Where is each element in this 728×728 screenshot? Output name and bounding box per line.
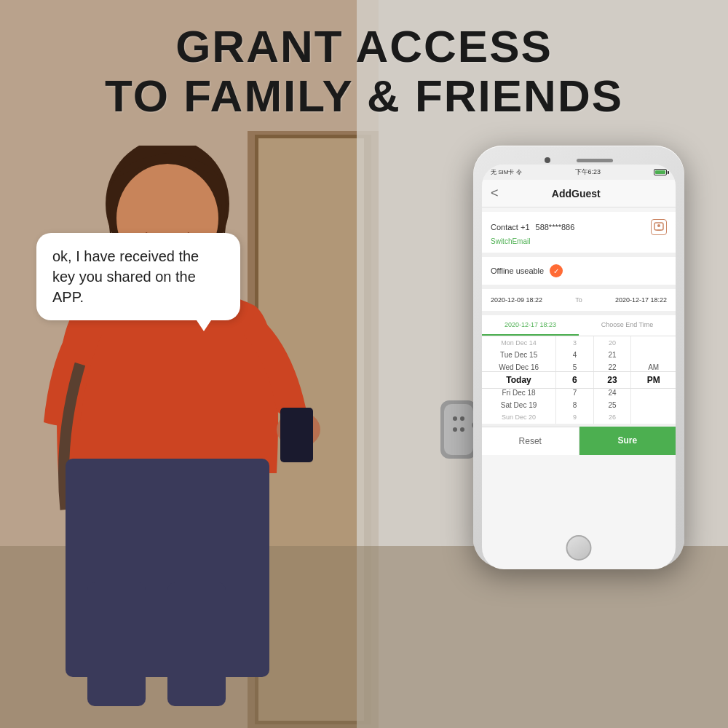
picker-ampm-empty1 — [631, 336, 676, 349]
carrier-label: 无 SIM卡 令 — [491, 168, 522, 176]
svg-point-17 — [453, 416, 457, 421]
battery-area — [654, 169, 667, 175]
phone-outer: 无 SIM卡 令 下午6:23 < AddGuest — [473, 146, 684, 568]
picker-min-2: 22 — [594, 361, 631, 373]
contact-icon[interactable] — [651, 219, 667, 235]
start-date: 2020-12-09 18:22 — [491, 296, 542, 304]
speech-bubble: ok, I have received the key you shared o… — [36, 233, 240, 320]
svg-rect-14 — [167, 582, 226, 706]
picker-ampm-empty5 — [631, 411, 676, 424]
app-header: < AddGuest — [482, 180, 676, 207]
picker-ampm-empty4 — [631, 399, 676, 411]
reset-button[interactable]: Reset — [482, 427, 579, 455]
svg-point-23 — [657, 224, 660, 227]
page: GRANT ACCESS TO FAMILY & FRIENDS ok, I h… — [0, 0, 728, 728]
svg-rect-13 — [87, 582, 146, 706]
picker-min-6: 26 — [594, 411, 631, 424]
picker-hours-col: 3 4 5 6 7 8 9 — [556, 336, 593, 424]
contact-value: 588****886 — [536, 223, 651, 232]
picker-ampm-empty2 — [631, 349, 676, 361]
title-area: GRANT ACCESS TO FAMILY & FRIENDS — [0, 22, 728, 121]
picker-ampm-col: AM PM — [631, 336, 676, 424]
svg-point-18 — [460, 416, 464, 421]
picker-days-col: Mon Dec 14 Tue Dec 15 Wed Dec 16 Today F… — [482, 336, 555, 424]
picker-min-0: 20 — [594, 336, 631, 349]
person-figure — [22, 146, 371, 706]
phone-home-button[interactable] — [566, 535, 592, 561]
app-title: AddGuest — [506, 188, 646, 199]
svg-rect-16 — [444, 404, 473, 455]
picker-day-3: Today — [482, 373, 555, 386]
phone-speaker — [577, 159, 613, 162]
battery-fill — [655, 170, 665, 174]
picker-tab-start[interactable]: 2020-12-17 18:23 — [482, 315, 579, 336]
end-date: 2020-12-17 18:22 — [615, 296, 667, 304]
to-label: To — [575, 296, 582, 304]
picker-tabs: 2020-12-17 18:23 Choose End Time — [482, 315, 676, 336]
switch-email[interactable]: SwitchEmail — [491, 237, 667, 245]
picker-min-3: 23 — [594, 373, 631, 386]
phone-mockup: 无 SIM卡 令 下午6:23 < AddGuest — [473, 146, 684, 568]
picker-hour-0: 3 — [556, 336, 593, 349]
status-bar: 无 SIM卡 令 下午6:23 — [482, 165, 676, 180]
picker-area: 2020-12-17 18:23 Choose End Time Mon Dec… — [482, 315, 676, 424]
picker-pm: PM — [631, 373, 676, 386]
picker-day-1: Tue Dec 15 — [482, 349, 555, 361]
picker-body[interactable]: Mon Dec 14 Tue Dec 15 Wed Dec 16 Today F… — [482, 336, 676, 424]
svg-rect-11 — [280, 408, 313, 462]
svg-point-19 — [453, 427, 457, 432]
contact-label: Contact +1 — [491, 223, 530, 232]
bottom-buttons: Reset Sure — [482, 427, 676, 455]
offline-label: Offline useable — [491, 266, 544, 275]
phone-screen: 无 SIM卡 令 下午6:23 < AddGuest — [482, 165, 676, 569]
picker-day-0: Mon Dec 14 — [482, 336, 555, 349]
picker-hour-6: 9 — [556, 411, 593, 424]
picker-day-5: Sat Dec 19 — [482, 399, 555, 411]
battery-icon — [654, 169, 667, 175]
picker-min-5: 25 — [594, 399, 631, 411]
picker-day-2: Wed Dec 16 — [482, 361, 555, 373]
picker-minutes-col: 20 21 22 23 24 25 26 — [594, 336, 631, 424]
picker-am: AM — [631, 361, 676, 373]
app-content: Contact +1 588****886 SwitchEmail — [482, 212, 676, 455]
sure-button[interactable]: Sure — [579, 427, 676, 455]
speech-text: ok, I have received the key you shared o… — [52, 246, 224, 307]
title-line2: TO FAMILY & FRIENDS — [0, 71, 728, 121]
offline-row: Offline useable ✓ — [491, 264, 667, 277]
picker-hour-5: 8 — [556, 399, 593, 411]
offline-section: Offline useable ✓ — [482, 257, 676, 285]
contact-section: Contact +1 588****886 SwitchEmail — [482, 212, 676, 253]
picker-min-1: 21 — [594, 349, 631, 361]
picker-day-4: Fri Dec 18 — [482, 387, 555, 399]
picker-ampm-empty3 — [631, 387, 676, 399]
picker-hour-1: 4 — [556, 349, 593, 361]
back-button[interactable]: < — [491, 186, 499, 201]
date-range-row: 2020-12-09 18:22 To 2020-12-17 18:22 — [491, 296, 667, 304]
offline-toggle[interactable]: ✓ — [550, 264, 563, 277]
time-label: 下午6:23 — [575, 167, 601, 177]
phone-camera — [545, 157, 550, 163]
picker-tab-end[interactable]: Choose End Time — [579, 315, 676, 336]
picker-hour-2: 5 — [556, 361, 593, 373]
picker-hour-4: 7 — [556, 387, 593, 399]
contact-row: Contact +1 588****886 — [491, 219, 667, 235]
picker-hour-3: 6 — [556, 373, 593, 386]
date-range-section: 2020-12-09 18:22 To 2020-12-17 18:22 — [482, 289, 676, 311]
picker-min-4: 24 — [594, 387, 631, 399]
title-line1: GRANT ACCESS — [0, 22, 728, 71]
picker-day-6: Sun Dec 20 — [482, 411, 555, 424]
svg-point-20 — [460, 427, 464, 432]
